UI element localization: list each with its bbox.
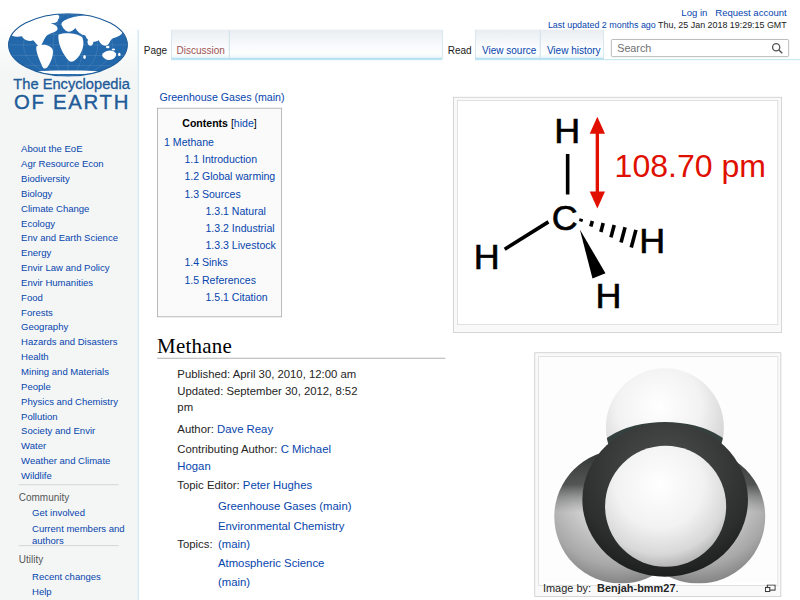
svg-text:C: C — [552, 196, 578, 237]
svg-text:H: H — [595, 274, 621, 315]
svg-text:H: H — [473, 235, 499, 276]
svg-text:H: H — [639, 220, 665, 261]
svg-text:H: H — [554, 109, 580, 150]
svg-text:108.70 pm: 108.70 pm — [614, 148, 765, 184]
